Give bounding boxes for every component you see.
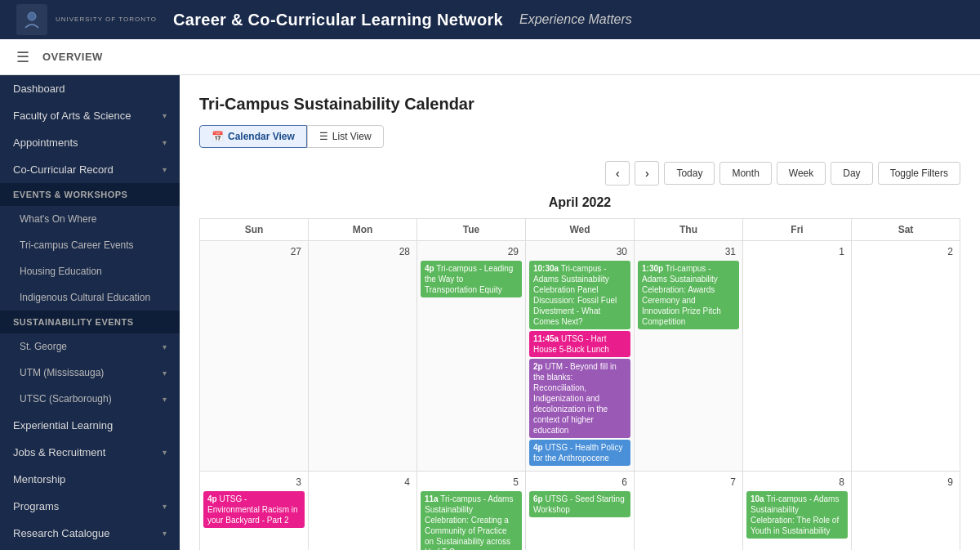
sidebar-section-events-section: EVENTS & WORKSHOPS	[0, 183, 180, 206]
month-heading: April 2022	[199, 195, 960, 210]
sidebar-item-st-george[interactable]: St. George▾	[0, 333, 180, 360]
sidebar-item-label: What's On Where	[20, 213, 96, 225]
sidebar-item-indigenous[interactable]: Indigenous Cultural Education	[0, 284, 180, 311]
next-button[interactable]: ›	[635, 161, 659, 186]
toggle-filters-button[interactable]: Toggle Filters	[878, 162, 960, 185]
sidebar-item-label: Experiential Learning	[13, 419, 113, 432]
sidebar-item-co-curricular[interactable]: Co-Curricular Record▾	[0, 156, 180, 183]
university-label: UNIVERSITY OF TORONTO	[56, 16, 157, 24]
calendar-view-button[interactable]: 📅 Calendar View	[199, 125, 307, 148]
overview-link[interactable]: OVERVIEW	[42, 51, 103, 63]
chevron-icon: ▾	[163, 165, 167, 174]
sidebar-item-experiential[interactable]: Experiential Learning	[0, 412, 180, 439]
calendar-event[interactable]: 11a Tri-campus - Adams Sustainability Ce…	[421, 491, 522, 550]
calendar-day[interactable]: 9	[852, 472, 960, 551]
sidebar-item-label: Tri-campus Career Events	[20, 239, 134, 251]
logo-image	[16, 4, 47, 35]
sidebar-item-label: Indigenous Cultural Education	[20, 292, 150, 303]
sidebar-item-label: Appointments	[13, 136, 78, 149]
sidebar-item-whats-on[interactable]: What's On Where	[0, 206, 180, 232]
chevron-icon: ▾	[163, 138, 167, 147]
sidebar-item-resources[interactable]: Resources▾	[0, 547, 180, 550]
day-number: 2	[855, 244, 956, 261]
day-number: 3	[203, 475, 305, 491]
day-number: 7	[638, 475, 739, 491]
calendar-day[interactable]: 311:30p Tri-campus - Adams Sustainabilit…	[635, 241, 743, 472]
sidebar: DashboardFaculty of Arts & Science▾Appoi…	[0, 75, 180, 550]
calendar-day[interactable]: 7	[635, 472, 743, 551]
calendar-day[interactable]: 810a Tri-campus - Adams Sustainability C…	[743, 472, 852, 551]
calendar-day[interactable]: 1	[743, 241, 852, 472]
sidebar-item-label: Co-Curricular Record	[13, 163, 114, 176]
sidebar-item-dashboard[interactable]: Dashboard	[0, 75, 180, 102]
day-button[interactable]: Day	[831, 162, 872, 185]
sidebar-item-jobs[interactable]: Jobs & Recruitment▾	[0, 439, 180, 466]
calendar-event[interactable]: 2p UTM - Beyond fill in the blanks: Reco…	[529, 359, 630, 438]
sidebar-item-label: Dashboard	[13, 83, 65, 95]
chevron-icon: ▾	[163, 111, 167, 120]
sidebar-item-faculty-arts[interactable]: Faculty of Arts & Science▾	[0, 102, 180, 129]
sidebar-item-utm[interactable]: UTM (Mississauga)▾	[0, 360, 180, 386]
calendar-event[interactable]: 11:45a UTSG - Hart House 5-Buck Lunch	[529, 331, 630, 357]
calendar-icon: 📅	[212, 131, 224, 142]
calendar-day[interactable]: 294p Tri-campus - Leading the Way to Tra…	[417, 241, 526, 472]
sidebar-item-label: UTSC (Scarborough)	[20, 393, 112, 405]
sidebar-item-label: Research Catalogue	[13, 527, 110, 539]
calendar-week-row: 2728294p Tri-campus - Leading the Way to…	[200, 241, 960, 472]
content-area: Tri-Campus Sustainability Calendar 📅 Cal…	[180, 75, 980, 550]
app-title: Career & Co-Curricular Learning Network	[173, 11, 503, 29]
sidebar-item-appointments[interactable]: Appointments▾	[0, 129, 180, 156]
sidebar-item-tri-campus-careers[interactable]: Tri-campus Career Events	[0, 232, 180, 258]
week-button[interactable]: Week	[777, 162, 826, 185]
calendar-day[interactable]: 28	[309, 241, 417, 472]
day-number: 5	[421, 475, 522, 491]
app-header: UNIVERSITY OF TORONTO Career & Co-Curric…	[0, 0, 980, 39]
calendar-day[interactable]: 66p UTSG - Seed Starting Workshop	[526, 472, 635, 551]
calendar-day[interactable]: 34p UTSG - Environmental Racism in your …	[200, 472, 309, 551]
app-subtitle: Experience Matters	[519, 12, 632, 27]
calendar-day[interactable]: 511a Tri-campus - Adams Sustainability C…	[417, 472, 526, 551]
sub-header: ☰ OVERVIEW	[0, 39, 980, 75]
calendar-event[interactable]: 4p UTSG - Health Policy for the Anthropo…	[529, 440, 630, 466]
sidebar-item-research[interactable]: Research Catalogue▾	[0, 520, 180, 547]
day-header-fri: Fri	[743, 219, 852, 241]
month-button[interactable]: Month	[719, 162, 771, 185]
calendar-event[interactable]: 6p UTSG - Seed Starting Workshop	[529, 491, 630, 517]
list-view-button[interactable]: ☰ List View	[307, 125, 384, 148]
calendar-event[interactable]: 10:30a Tri-campus - Adams Sustainability…	[529, 261, 630, 329]
svg-point-1	[28, 12, 36, 20]
sidebar-item-label: Faculty of Arts & Science	[13, 110, 131, 122]
chevron-icon: ▾	[163, 448, 167, 457]
day-header-sun: Sun	[200, 219, 309, 241]
sidebar-item-utsc[interactable]: UTSC (Scarborough)▾	[0, 386, 180, 412]
calendar-title: Tri-Campus Sustainability Calendar	[199, 95, 960, 114]
day-header-wed: Wed	[526, 219, 635, 241]
sidebar-item-label: St. George	[20, 341, 67, 352]
day-number: 27	[203, 244, 305, 261]
chevron-icon: ▾	[163, 395, 167, 404]
calendar-day[interactable]: 27	[200, 241, 309, 472]
day-number: 29	[421, 244, 522, 261]
calendar-event[interactable]: 10a Tri-campus - Adams Sustainability Ce…	[746, 491, 848, 539]
day-number: 9	[855, 475, 956, 491]
calendar-week-row: 34p UTSG - Environmental Racism in your …	[200, 472, 960, 551]
day-number: 8	[746, 475, 848, 491]
calendar-event[interactable]: 1:30p Tri-campus - Adams Sustainability …	[638, 261, 739, 329]
sidebar-item-programs[interactable]: Programs▾	[0, 493, 180, 520]
list-view-label: List View	[332, 131, 372, 142]
calendar-day[interactable]: 2	[852, 241, 960, 472]
sidebar-item-housing-education[interactable]: Housing Education	[0, 258, 180, 284]
prev-button[interactable]: ‹	[605, 161, 630, 186]
hamburger-menu-icon[interactable]: ☰	[16, 48, 29, 66]
calendar-day[interactable]: 4	[309, 472, 417, 551]
sidebar-item-label: Housing Education	[20, 266, 102, 277]
calendar-view-label: Calendar View	[228, 131, 295, 142]
calendar-event[interactable]: 4p Tri-campus - Leading the Way to Trans…	[421, 261, 522, 297]
view-toggle: 📅 Calendar View ☰ List View	[199, 125, 960, 148]
sidebar-section-sustainability-section: SUSTAINABILITY EVENTS	[0, 311, 180, 333]
calendar-day[interactable]: 3010:30a Tri-campus - Adams Sustainabili…	[526, 241, 635, 472]
day-number: 30	[529, 244, 630, 261]
calendar-event[interactable]: 4p UTSG - Environmental Racism in your B…	[203, 491, 305, 528]
today-button[interactable]: Today	[664, 162, 715, 185]
sidebar-item-mentorship[interactable]: Mentorship	[0, 466, 180, 493]
